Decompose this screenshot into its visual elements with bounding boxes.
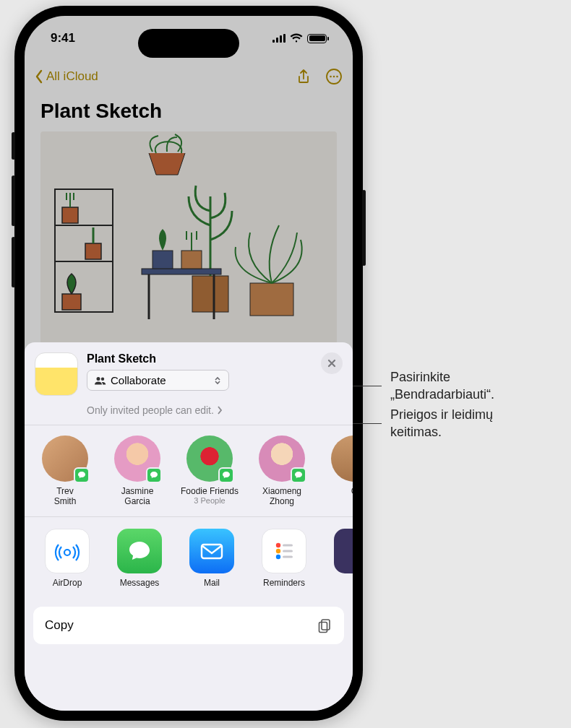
notes-app-icon xyxy=(35,352,78,396)
side-button xyxy=(12,132,15,160)
app-label: AirDrop xyxy=(53,578,82,588)
contact-item[interactable]: XiaomengZhong xyxy=(252,436,312,506)
svg-point-19 xyxy=(276,543,280,547)
messages-badge-icon xyxy=(218,467,234,483)
cellular-icon xyxy=(272,34,286,43)
collaborate-label: Collaborate xyxy=(111,374,166,386)
app-messages[interactable]: Messages xyxy=(111,529,168,588)
contact-item[interactable]: C xyxy=(324,436,353,506)
close-icon xyxy=(327,359,336,368)
contact-name: Foodie Friends xyxy=(181,486,239,496)
copy-action[interactable]: Copy xyxy=(33,607,344,644)
contact-name: Xiaomeng xyxy=(262,486,301,496)
iphone-frame: 9:41 All iCloud Plant Sketch xyxy=(14,6,363,721)
app-item[interactable]: J xyxy=(328,529,353,588)
callout-text: Prieigos ir leidimųkeitimas. xyxy=(382,406,493,441)
svg-rect-25 xyxy=(322,620,330,630)
copy-icon xyxy=(317,618,332,633)
contact-name: Garcia xyxy=(124,496,150,506)
status-time: 9:41 xyxy=(51,31,75,46)
svg-rect-26 xyxy=(319,623,327,633)
mail-icon xyxy=(189,529,234,573)
reminders-icon xyxy=(262,529,306,573)
app-reminders[interactable]: Reminders xyxy=(256,529,312,588)
avatar xyxy=(114,436,160,482)
contact-name: Zhong xyxy=(270,496,294,506)
messages-badge-icon xyxy=(291,467,306,483)
app-label: Reminders xyxy=(263,578,305,588)
svg-rect-18 xyxy=(202,545,222,558)
airdrop-icon xyxy=(45,529,90,573)
app-label: Mail xyxy=(204,578,220,588)
svg-point-17 xyxy=(64,550,70,555)
contact-item[interactable]: Foodie Friends 3 People xyxy=(179,436,240,506)
updown-chevron-icon xyxy=(214,376,221,385)
messages-badge-icon xyxy=(74,467,90,483)
contact-name: Smith xyxy=(54,496,77,506)
svg-point-21 xyxy=(276,549,280,553)
svg-rect-24 xyxy=(283,555,293,558)
volume-down-button xyxy=(12,237,15,287)
contact-sub: 3 People xyxy=(194,496,225,505)
svg-rect-20 xyxy=(283,544,293,546)
chevron-right-icon xyxy=(217,406,223,415)
battery-icon xyxy=(307,34,327,43)
contact-name: Jasmine xyxy=(121,486,154,496)
sheet-title: Plant Sketch xyxy=(87,352,312,365)
power-button xyxy=(362,190,366,266)
dynamic-island xyxy=(138,29,239,58)
volume-up-button xyxy=(12,176,15,226)
contact-item[interactable]: JasmineGarcia xyxy=(107,436,168,506)
messages-icon xyxy=(117,529,162,573)
permissions-text: Only invited people can edit. xyxy=(87,404,214,416)
avatar xyxy=(259,436,305,482)
avatar xyxy=(331,436,353,482)
close-button[interactable] xyxy=(321,352,343,374)
svg-rect-22 xyxy=(283,550,293,552)
collaborate-selector[interactable]: Collaborate xyxy=(87,370,229,391)
svg-point-23 xyxy=(276,555,280,559)
share-sheet: Plant Sketch Collaborate Only invite xyxy=(25,342,353,711)
app-label: Messages xyxy=(120,578,160,588)
copy-label: Copy xyxy=(45,618,74,633)
screen: 9:41 All iCloud Plant Sketch xyxy=(25,16,353,711)
callout-text: Pasirinkite„Bendradarbiauti“. xyxy=(382,368,494,403)
contact-name: Trev xyxy=(56,486,74,496)
contact-name: C xyxy=(351,486,353,496)
permissions-row[interactable]: Only invited people can edit. xyxy=(25,402,353,425)
app-icon xyxy=(334,529,353,573)
avatar xyxy=(42,436,88,482)
apps-row[interactable]: AirDrop Messages Mail xyxy=(25,517,353,599)
status-indicators xyxy=(272,33,327,43)
messages-badge-icon xyxy=(146,467,162,483)
contacts-row[interactable]: TrevSmith JasmineGarcia Foodie Friends 3… xyxy=(25,425,353,516)
wifi-icon xyxy=(290,33,303,43)
people-icon xyxy=(95,376,106,385)
avatar xyxy=(186,436,233,482)
app-airdrop[interactable]: AirDrop xyxy=(39,529,95,588)
app-mail[interactable]: Mail xyxy=(184,529,240,588)
contact-item[interactable]: TrevSmith xyxy=(35,436,95,506)
